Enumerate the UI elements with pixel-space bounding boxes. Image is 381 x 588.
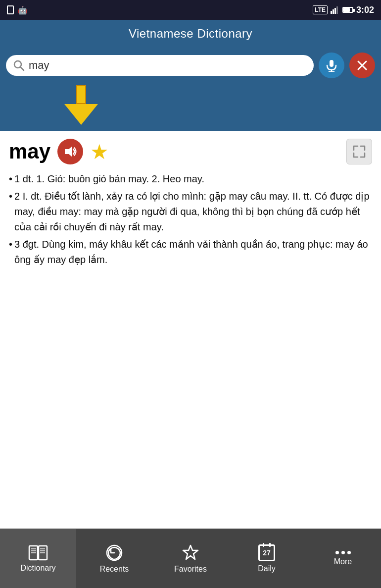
favorite-star-icon[interactable]: ★ — [90, 140, 109, 164]
word-header: may ★ — [9, 139, 372, 164]
nav-item-recents[interactable]: Recents — [76, 529, 152, 588]
svg-marker-23 — [183, 545, 198, 559]
arrow-indicator-container — [0, 85, 381, 131]
android-icon: 🤖 — [18, 5, 28, 15]
status-bar: 🤖 LTE 3:02 — [0, 0, 381, 20]
nav-label-recents: Recents — [100, 565, 129, 574]
search-box[interactable] — [6, 55, 314, 76]
bottom-nav: Dictionary Recents Favorites 27 Daily — [0, 529, 381, 588]
more-dots-icon — [335, 551, 351, 554]
definition-text-2: 2 I. dt. Điều tốt lành, xảy ra có lợi ch… — [14, 189, 372, 235]
sim-icon — [7, 5, 14, 14]
svg-rect-0 — [331, 11, 332, 14]
nav-item-favorites[interactable]: Favorites — [152, 529, 229, 588]
close-icon — [357, 60, 368, 71]
definition-text-3: 3 đgt. Dùng kim, máy khâu kết các mảnh v… — [14, 237, 372, 267]
nav-label-daily: Daily — [258, 564, 276, 573]
definition-item: • 1 dt. 1. Gió: buôn gió bán may. 2. Heo… — [9, 171, 372, 187]
calendar-number: 27 — [263, 549, 271, 557]
favorites-icon — [182, 544, 199, 562]
definitions-container: • 1 dt. 1. Gió: buôn gió bán may. 2. Heo… — [9, 171, 372, 267]
sound-button[interactable] — [57, 139, 83, 164]
speaker-icon — [64, 145, 77, 158]
definition-text-1: 1 dt. 1. Gió: buôn gió bán may. 2. Heo m… — [14, 171, 204, 187]
calendar-icon: 27 — [258, 544, 275, 561]
clock: 3:02 — [356, 5, 374, 15]
search-header — [0, 48, 381, 131]
nav-item-daily[interactable]: 27 Daily — [229, 529, 305, 588]
word-title: may — [9, 140, 50, 163]
search-area — [0, 48, 381, 85]
search-icon — [13, 59, 25, 71]
status-bar-right: LTE 3:02 — [313, 5, 374, 15]
nav-item-more[interactable]: More — [305, 529, 381, 588]
nav-label-favorites: Favorites — [174, 565, 207, 574]
lte-badge: LTE — [313, 5, 328, 14]
app-title: Vietnamese Dictionary — [129, 27, 252, 41]
mic-button[interactable] — [319, 53, 344, 78]
svg-line-5 — [20, 67, 24, 70]
definition-item: • 3 đgt. Dùng kim, máy khâu kết các mảnh… — [9, 237, 372, 267]
svg-rect-3 — [336, 6, 338, 14]
battery-icon — [342, 7, 353, 13]
svg-rect-2 — [334, 8, 336, 14]
microphone-icon — [325, 59, 338, 72]
nav-label-dictionary: Dictionary — [20, 564, 55, 573]
down-arrow-indicator — [64, 85, 98, 125]
status-bar-left: 🤖 — [7, 5, 28, 15]
nav-label-more: More — [334, 557, 352, 566]
recents-icon — [105, 544, 123, 562]
search-input[interactable] — [29, 59, 307, 72]
app-container: 🤖 LTE 3:02 Vietnamese Dictionary — [0, 0, 381, 588]
content-area: may ★ • 1 dt. — [0, 131, 381, 588]
expand-icon — [352, 145, 366, 159]
svg-rect-1 — [333, 9, 334, 14]
app-header: Vietnamese Dictionary — [0, 20, 381, 48]
expand-button[interactable] — [346, 139, 372, 164]
definition-item: • 2 I. dt. Điều tốt lành, xảy ra có lợi … — [9, 189, 372, 235]
nav-item-dictionary[interactable]: Dictionary — [0, 529, 76, 588]
clear-button[interactable] — [349, 53, 375, 78]
book-icon — [28, 545, 48, 561]
signal-bars-icon — [331, 6, 339, 14]
svg-rect-6 — [330, 60, 333, 67]
battery-fill — [343, 8, 350, 12]
svg-marker-11 — [65, 147, 72, 157]
